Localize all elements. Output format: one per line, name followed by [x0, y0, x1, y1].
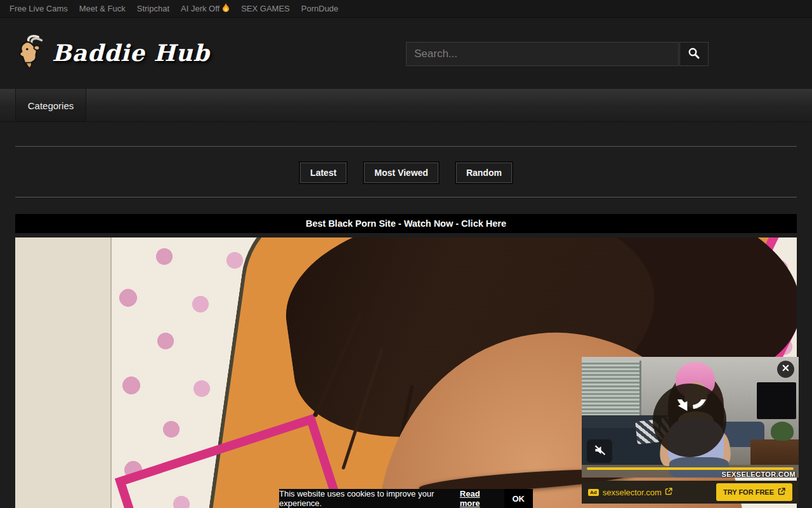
- divider: [15, 197, 797, 197]
- external-link-icon: [665, 488, 672, 497]
- logo-text: Baddie Hub: [52, 39, 210, 66]
- ad-progress-bar: [587, 467, 794, 470]
- search-input[interactable]: [406, 42, 679, 66]
- flame-icon: [222, 4, 230, 14]
- nav-item-categories[interactable]: Categories: [15, 89, 86, 122]
- topbar-link-free-live-cams[interactable]: Free Live Cams: [4, 4, 74, 13]
- search-button[interactable]: [679, 42, 709, 66]
- ad-footer: Ad sexselector.com TRY FOR FREE: [582, 481, 799, 504]
- cookie-ok-button[interactable]: OK: [504, 489, 534, 508]
- replay-icon: [670, 399, 709, 441]
- topbar-link-label: Stripchat: [137, 4, 169, 13]
- topbar-link-label: Meet & Fuck: [79, 4, 126, 13]
- topbar-link-label: SEX GAMES: [241, 4, 290, 13]
- search-icon: [688, 47, 700, 62]
- ad-site-link[interactable]: sexselector.com: [603, 488, 672, 497]
- ad-close-button[interactable]: [777, 361, 794, 378]
- muted-speaker-icon: [593, 444, 606, 459]
- topbar-link-meet-and-fuck[interactable]: Meet & Fuck: [74, 4, 131, 13]
- main-nav: Categories: [0, 89, 812, 122]
- cookie-read-more-link[interactable]: Read more: [460, 489, 498, 508]
- ad-badge: Ad: [588, 489, 599, 496]
- ad-banner-text: Best Black Porn Site - Watch Now - Click…: [306, 218, 506, 229]
- ad-watermark: SEXSELECTOR.COM: [722, 471, 796, 478]
- ad-video[interactable]: SEXSELECTOR.COM: [582, 357, 799, 478]
- close-icon: [781, 363, 790, 375]
- cookie-notice: This website uses cookies to improve you…: [279, 489, 533, 508]
- most-viewed-button[interactable]: Most Viewed: [364, 163, 438, 183]
- page: Free Live Cams Meet & Fuck Stripchat AI …: [0, 0, 812, 508]
- external-link-icon: [778, 488, 785, 497]
- header: Baddie Hub: [0, 18, 812, 89]
- ad-scene-plant: [771, 422, 794, 441]
- ad-scene-tv: [757, 382, 796, 419]
- try-for-free-label: TRY FOR FREE: [723, 488, 774, 496]
- mute-button[interactable]: [587, 439, 612, 463]
- ad-site-link-label: sexselector.com: [603, 488, 662, 497]
- topbar-link-porndude[interactable]: PornDude: [296, 4, 344, 13]
- divider: [15, 146, 797, 147]
- search-bar: [406, 42, 709, 66]
- topbar-link-ai-jerk-off[interactable]: AI Jerk Off: [175, 4, 235, 14]
- random-button[interactable]: Random: [456, 163, 512, 183]
- topbar-link-sex-games[interactable]: SEX GAMES: [235, 4, 296, 13]
- latest-button[interactable]: Latest: [300, 163, 346, 183]
- cookie-message: This website uses cookies to improve you…: [279, 489, 457, 508]
- ad-banner-link[interactable]: Best Black Porn Site - Watch Now - Click…: [15, 214, 797, 233]
- try-for-free-button[interactable]: TRY FOR FREE: [716, 483, 792, 501]
- nav-item-label: Categories: [28, 100, 74, 111]
- topbar-link-label: AI Jerk Off: [181, 4, 219, 13]
- topbar-link-label: PornDude: [301, 4, 339, 13]
- topbar: Free Live Cams Meet & Fuck Stripchat AI …: [0, 0, 812, 18]
- replay-button[interactable]: [653, 384, 726, 457]
- goat-icon: [13, 33, 48, 72]
- video-ad-overlay: SEXSELECTOR.COM Ad sexselector.com TRY F…: [582, 357, 799, 504]
- site-logo[interactable]: Baddie Hub: [13, 33, 210, 72]
- topbar-link-stripchat[interactable]: Stripchat: [131, 4, 175, 13]
- topbar-link-label: Free Live Cams: [10, 4, 68, 13]
- filter-buttons: Latest Most Viewed Random: [0, 163, 812, 183]
